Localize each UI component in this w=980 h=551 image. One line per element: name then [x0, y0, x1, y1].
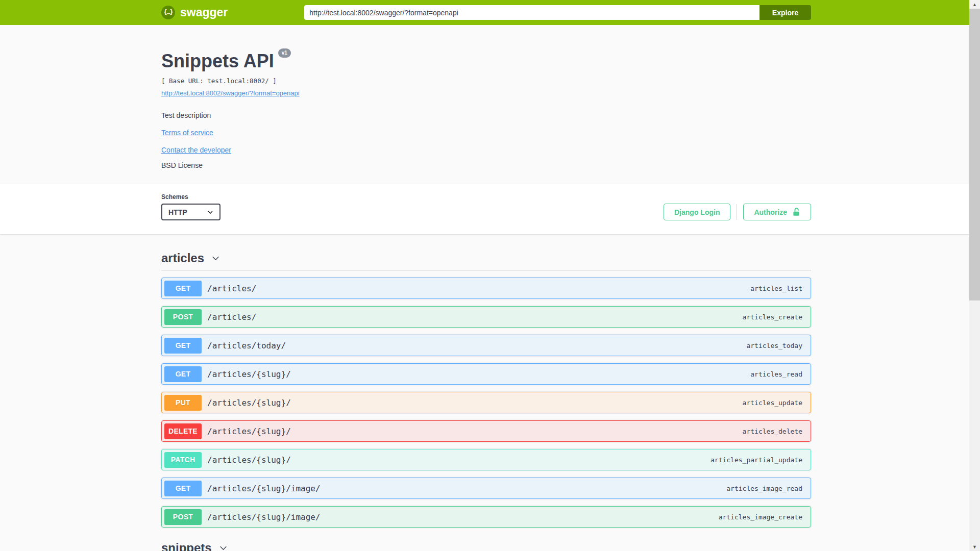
- operation-id: articles_image_create: [719, 513, 802, 521]
- method-badge: PUT: [164, 395, 202, 411]
- authorize-button[interactable]: Authorize: [743, 204, 811, 220]
- api-section: articles GET /articles/ articles_list PO…: [161, 251, 811, 528]
- operation-path: /articles/{slug}/: [207, 427, 291, 436]
- operation-row[interactable]: GET /articles/ articles_list: [161, 278, 811, 299]
- operation-row[interactable]: POST /articles/{slug}/image/ articles_im…: [161, 506, 811, 528]
- button-divider: [737, 204, 737, 220]
- scrollbar[interactable]: ▲ ▼: [969, 0, 980, 551]
- info-section: Snippets API v1 [ Base URL: test.local:8…: [0, 25, 980, 184]
- operation-path: /articles/: [207, 312, 256, 322]
- swagger-logo[interactable]: {…} swagger: [161, 6, 228, 19]
- scroll-up-arrow-icon[interactable]: ▲: [969, 0, 980, 9]
- section-header[interactable]: articles: [161, 251, 811, 270]
- url-input[interactable]: [304, 5, 760, 20]
- api-description: Test description: [161, 111, 811, 119]
- schemes-label: Schemes: [161, 193, 220, 201]
- operation-row[interactable]: POST /articles/ articles_create: [161, 306, 811, 328]
- auth-wrapper: Django Login Authorize: [664, 204, 811, 220]
- operation-id: articles_list: [750, 285, 802, 292]
- operation-path: /articles/today/: [207, 341, 286, 350]
- method-badge: GET: [164, 338, 202, 354]
- operation-row[interactable]: GET /articles/{slug}/image/ articles_ima…: [161, 478, 811, 499]
- scrollbar-thumb[interactable]: [969, 9, 980, 300]
- scheme-select[interactable]: HTTP: [161, 204, 220, 220]
- section-header[interactable]: snippets: [161, 541, 811, 551]
- api-title-text: Snippets API: [161, 51, 274, 72]
- section-title: articles: [161, 251, 204, 265]
- operation-path: /articles/{slug}/image/: [207, 512, 321, 522]
- method-badge: GET: [164, 481, 202, 496]
- swagger-logo-text: swagger: [180, 6, 228, 19]
- django-login-label: Django Login: [674, 208, 720, 216]
- operation-id: articles_read: [750, 370, 802, 378]
- swagger-logo-icon: {…}: [161, 6, 175, 19]
- operation-row[interactable]: PATCH /articles/{slug}/ articles_partial…: [161, 449, 811, 470]
- scheme-selected-value: HTTP: [168, 208, 187, 216]
- operation-id: articles_partial_update: [710, 456, 802, 464]
- method-badge: GET: [164, 281, 202, 296]
- version-badge: v1: [278, 48, 291, 58]
- operation-path: /articles/{slug}/: [207, 455, 291, 465]
- unlocked-padlock-icon: [792, 207, 800, 217]
- method-badge: POST: [164, 309, 202, 325]
- operation-row[interactable]: PUT /articles/{slug}/ articles_update: [161, 392, 811, 413]
- api-sections: articles GET /articles/ articles_list PO…: [161, 234, 811, 551]
- base-url: [ Base URL: test.local:8002/ ]: [161, 77, 811, 85]
- operation-path: /articles/{slug}/image/: [207, 484, 321, 493]
- method-badge: PATCH: [164, 452, 202, 468]
- expand-chevron-icon: [210, 253, 221, 264]
- operation-id: articles_image_read: [726, 485, 802, 492]
- operation-row[interactable]: GET /articles/today/ articles_today: [161, 335, 811, 356]
- operations: GET /articles/ articles_list POST /artic…: [161, 278, 811, 528]
- operation-path: /articles/: [207, 284, 256, 293]
- api-section: snippets GET /snippets/ snippets_list: [161, 541, 811, 551]
- license-text: BSD License: [161, 161, 811, 169]
- spec-link[interactable]: http://test.local:8002/swagger/?format=o…: [161, 89, 300, 97]
- method-badge: POST: [164, 509, 202, 525]
- topbar: {…} swagger Explore: [0, 0, 980, 25]
- operation-row[interactable]: GET /articles/{slug}/ articles_read: [161, 363, 811, 385]
- authorize-label: Authorize: [754, 208, 787, 216]
- chevron-down-icon: [207, 209, 213, 215]
- method-badge: DELETE: [164, 423, 202, 439]
- operation-id: articles_update: [743, 399, 802, 407]
- download-url-form: Explore: [304, 5, 811, 20]
- expand-chevron-icon: [218, 543, 229, 551]
- schemes-block: Schemes HTTP: [161, 193, 220, 220]
- explore-button[interactable]: Explore: [760, 5, 811, 20]
- contact-developer-link[interactable]: Contact the developer: [161, 146, 231, 154]
- page-title: Snippets API v1: [161, 51, 291, 72]
- operation-row[interactable]: DELETE /articles/{slug}/ articles_delete: [161, 420, 811, 442]
- operation-path: /articles/{slug}/: [207, 398, 291, 408]
- django-login-button[interactable]: Django Login: [664, 204, 730, 220]
- scroll-down-arrow-icon[interactable]: ▼: [969, 542, 980, 551]
- operation-id: articles_delete: [743, 428, 802, 435]
- method-badge: GET: [164, 366, 202, 382]
- operation-id: articles_create: [743, 313, 802, 321]
- section-title: snippets: [161, 541, 212, 551]
- operation-id: articles_today: [746, 342, 802, 349]
- scheme-container: Schemes HTTP Django Login Authorize: [0, 184, 980, 234]
- terms-of-service-link[interactable]: Terms of service: [161, 129, 213, 137]
- operation-path: /articles/{slug}/: [207, 369, 291, 379]
